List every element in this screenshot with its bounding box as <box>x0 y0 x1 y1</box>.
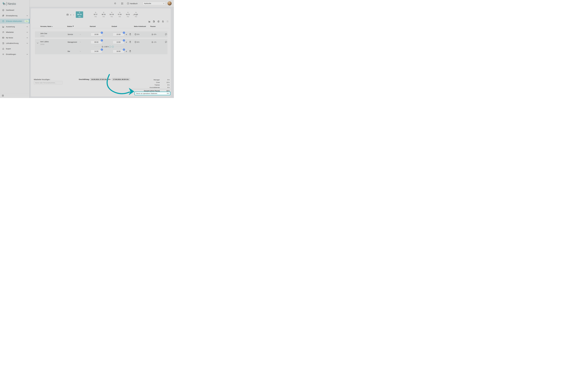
add-shift-button[interactable]: + <box>126 41 127 43</box>
people-icon <box>2 31 4 33</box>
chevron-down-icon[interactable] <box>80 34 81 35</box>
pause-detail: 1:00 h <box>101 46 109 48</box>
sidebar-item-label: Einsatzplanung <box>6 15 17 17</box>
sidebar-item-mitarbeiter[interactable]: Mitarbeiter <box>0 30 29 35</box>
save-icon <box>167 20 169 23</box>
day-tab-mo-16[interactable]: Mo 16 Sep <box>76 11 83 18</box>
assigned-person-badge <box>101 32 103 34</box>
col-header-startzeit: Startzeit <box>86 25 100 27</box>
fullscreen-button[interactable] <box>121 2 123 5</box>
calendar-icon <box>67 14 69 16</box>
summary-label: Auszubildende <box>141 87 160 88</box>
comment-button[interactable] <box>165 33 167 36</box>
add-shift-button[interactable]: + <box>126 50 127 52</box>
add-shift-button[interactable]: + <box>126 33 127 36</box>
day-tab-di-17[interactable]: Di 17 Sep <box>92 11 99 18</box>
lock-day-button[interactable] <box>162 20 164 23</box>
neu-badge: Neu <box>24 20 29 22</box>
sidebar-divider <box>0 94 29 94</box>
startzeit-input[interactable]: 14:00 <box>91 49 102 53</box>
sidebar-item-auswertung[interactable]: Auswertung <box>0 24 29 29</box>
comment-button[interactable] <box>165 41 167 43</box>
business-day-bis: bis <box>108 78 111 80</box>
next-day-button[interactable]: › <box>133 14 134 16</box>
unlock-icon <box>95 12 96 13</box>
sidebar-item-my-nesto[interactable]: My Nesto <box>0 35 29 40</box>
person-icon <box>101 40 102 41</box>
collapse-row-chevron-icon[interactable] <box>37 43 39 44</box>
last-week-button[interactable]: » <box>136 14 137 16</box>
endzeit-input[interactable]: 13:00 <box>113 40 124 44</box>
comment-bubble-icon <box>165 41 167 43</box>
delete-shift-button[interactable] <box>129 50 131 52</box>
chevron-down-icon[interactable] <box>80 42 81 43</box>
sidebar-item-label: Einstellungen <box>6 53 16 55</box>
sidebar-item-label: My Nesto <box>6 37 13 39</box>
save-button[interactable] <box>167 20 169 23</box>
assigned-person-badge <box>101 49 103 51</box>
sidebar-item-einsatzplanung[interactable]: Einsatzplanung <box>0 13 29 18</box>
brand-mark: n <box>3 2 5 5</box>
collapse-sidebar-icon[interactable] <box>2 95 4 97</box>
notifications-button[interactable] <box>114 2 116 5</box>
day-tab-mi-18[interactable]: Mi 18 Sep <box>100 11 107 18</box>
edit-notes-button[interactable] <box>153 20 155 23</box>
day-tab-do-19[interactable]: Do 19 Sep <box>108 11 115 18</box>
sidebar-item-einstellungen[interactable]: Einstellungen <box>0 52 29 57</box>
payroll-doc-icon <box>2 42 4 44</box>
endzeit-input[interactable]: 15:00 <box>113 33 124 36</box>
col-header-station[interactable]: Station <box>64 25 77 27</box>
expand-icon <box>121 2 123 5</box>
location-select[interactable]: Karlsruhe ▾ <box>143 2 166 5</box>
first-week-button[interactable]: « <box>70 14 71 16</box>
sidebar-item-label: Dashboard <box>6 9 14 11</box>
calendar-button[interactable] <box>67 14 69 16</box>
day-tab-fr-20[interactable]: Fr 20 Sep <box>116 11 123 18</box>
day-label: Fr 20 <box>118 14 121 15</box>
unlock-icon <box>79 12 80 13</box>
person-icon <box>101 49 102 50</box>
startzeit-input[interactable]: 09:00 <box>91 40 102 44</box>
person-icon <box>101 32 102 33</box>
assigned-person-badge <box>123 39 125 42</box>
sidebar-item-lohnabrechnung[interactable]: Lohnabrechnung <box>0 41 29 46</box>
sidebar-item-dashboard[interactable]: Dashboard <box>0 8 29 13</box>
sidebar: n Nesto Dashboard Einsatzplanung Erfasst… <box>0 0 29 98</box>
station-select[interactable]: Service <box>68 33 73 35</box>
station-select[interactable]: Bar <box>68 50 70 52</box>
chevron-down-icon[interactable] <box>80 51 81 52</box>
sidebar-item-export[interactable]: Export <box>0 46 29 51</box>
user-avatar[interactable] <box>168 1 171 5</box>
assigned-person-badge <box>123 49 125 51</box>
delete-shift-button[interactable] <box>129 41 131 43</box>
employee-name: John Doe <box>40 33 47 34</box>
station-select[interactable]: Management <box>68 41 77 43</box>
col-header-name[interactable]: Vorname, Name ▲ <box>40 25 53 27</box>
month-label: Sep <box>102 16 105 17</box>
unlock-icon <box>111 12 113 13</box>
unlock-icon <box>119 12 120 13</box>
highlight-label: Davon an operativen Stationen <box>136 93 157 94</box>
day-tab-sa-21[interactable]: Sa 21 Sep <box>124 11 132 18</box>
pause-value: 0 h <box>151 33 156 35</box>
wages-button[interactable] <box>157 20 160 23</box>
statistics-button[interactable] <box>148 20 150 23</box>
prev-day-button[interactable]: ‹ <box>73 14 74 16</box>
summary-value: 0 h <box>164 87 169 88</box>
clock-icon <box>135 33 137 35</box>
increase-pause-button[interactable]: + <box>112 46 114 48</box>
bell-icon <box>114 2 116 5</box>
chevron-down-icon <box>26 37 28 38</box>
delete-shift-button[interactable] <box>129 33 131 35</box>
trash-icon <box>129 33 131 35</box>
add-employee-input[interactable] <box>34 81 62 84</box>
export-icon <box>2 48 4 50</box>
handbuch-link[interactable]: ? Handbuch <box>127 2 138 5</box>
startzeit-input[interactable]: 10:00 <box>91 33 102 36</box>
day-label: Mi 18 <box>102 14 106 15</box>
add-employee-label: Mitarbeiter hinzufügen : <box>34 78 51 80</box>
endzeit-input[interactable]: 18:00 <box>113 49 124 53</box>
sidebar-item-erfasste-arbeitszeiten[interactable]: Erfasste Arbeitszeiten Neu <box>0 19 29 24</box>
pause-value: 1 h <box>151 41 156 43</box>
decrease-pause-button[interactable]: − <box>109 46 111 48</box>
